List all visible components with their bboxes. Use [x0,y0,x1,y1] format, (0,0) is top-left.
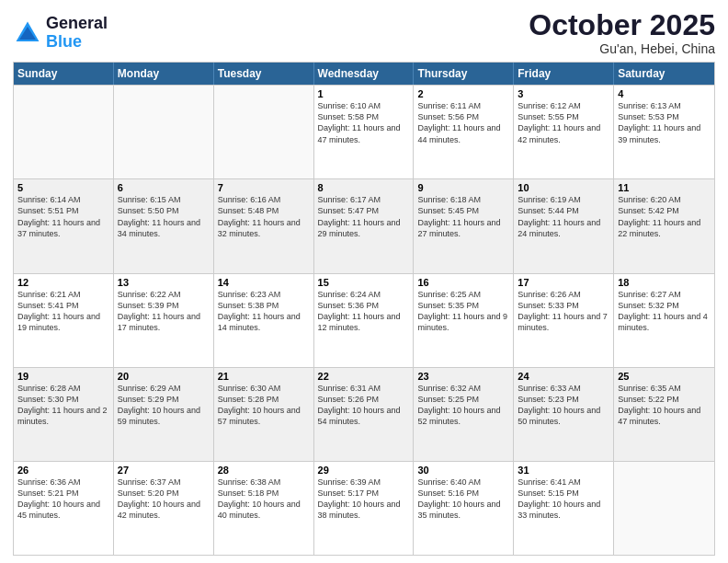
calendar-week-5: 26Sunrise: 6:36 AM Sunset: 5:21 PM Dayli… [14,461,714,555]
table-row: 13Sunrise: 6:22 AM Sunset: 5:39 PM Dayli… [114,274,214,367]
day-info: Sunrise: 6:16 AM Sunset: 5:48 PM Dayligh… [218,194,310,239]
day-number: 16 [417,277,509,288]
table-row: 25Sunrise: 6:35 AM Sunset: 5:22 PM Dayli… [614,368,714,461]
day-number: 13 [118,277,210,288]
day-number: 18 [618,277,711,288]
day-info: Sunrise: 6:13 AM Sunset: 5:53 PM Dayligh… [618,100,711,145]
calendar-week-1: 1Sunrise: 6:10 AM Sunset: 5:58 PM Daylig… [14,85,714,178]
table-row: 17Sunrise: 6:26 AM Sunset: 5:33 PM Dayli… [514,274,614,367]
day-number: 2 [417,88,509,99]
calendar-body: 1Sunrise: 6:10 AM Sunset: 5:58 PM Daylig… [14,85,714,555]
table-row: 28Sunrise: 6:38 AM Sunset: 5:18 PM Dayli… [214,462,314,555]
weekday-wednesday: Wednesday [314,63,415,85]
day-number: 1 [318,88,410,99]
title-block: October 2025 Gu'an, Hebei, China [529,9,715,56]
day-number: 29 [318,465,410,476]
table-row: 20Sunrise: 6:29 AM Sunset: 5:29 PM Dayli… [114,368,214,461]
table-row: 6Sunrise: 6:15 AM Sunset: 5:50 PM Daylig… [114,179,214,272]
table-row: 9Sunrise: 6:18 AM Sunset: 5:45 PM Daylig… [414,179,514,272]
day-info: Sunrise: 6:12 AM Sunset: 5:55 PM Dayligh… [518,100,609,145]
table-row [614,462,714,555]
table-row: 21Sunrise: 6:30 AM Sunset: 5:28 PM Dayli… [214,368,314,461]
table-row: 27Sunrise: 6:37 AM Sunset: 5:20 PM Dayli… [114,462,214,555]
day-number: 17 [518,277,609,288]
logo-line2: Blue [46,32,82,51]
table-row: 7Sunrise: 6:16 AM Sunset: 5:48 PM Daylig… [214,179,314,272]
table-row: 15Sunrise: 6:24 AM Sunset: 5:36 PM Dayli… [314,274,415,367]
weekday-sunday: Sunday [14,63,114,85]
day-number: 7 [218,182,310,193]
month-title: October 2025 [529,9,715,41]
day-number: 11 [618,182,711,193]
day-number: 9 [417,182,509,193]
day-info: Sunrise: 6:14 AM Sunset: 5:51 PM Dayligh… [17,194,109,239]
day-info: Sunrise: 6:20 AM Sunset: 5:42 PM Dayligh… [618,194,711,239]
table-row: 29Sunrise: 6:39 AM Sunset: 5:17 PM Dayli… [314,462,415,555]
day-number: 14 [218,277,310,288]
calendar-week-3: 12Sunrise: 6:21 AM Sunset: 5:41 PM Dayli… [14,273,714,367]
logo-line1: General [46,15,108,33]
day-info: Sunrise: 6:31 AM Sunset: 5:26 PM Dayligh… [318,383,410,428]
day-number: 6 [118,182,210,193]
weekday-thursday: Thursday [414,63,514,85]
day-info: Sunrise: 6:27 AM Sunset: 5:32 PM Dayligh… [618,289,711,334]
table-row: 14Sunrise: 6:23 AM Sunset: 5:38 PM Dayli… [214,274,314,367]
day-info: Sunrise: 6:33 AM Sunset: 5:23 PM Dayligh… [518,383,609,428]
day-number: 8 [318,182,410,193]
day-info: Sunrise: 6:40 AM Sunset: 5:16 PM Dayligh… [417,477,509,522]
table-row [14,86,114,178]
logo: General Blue [13,15,108,52]
calendar-week-4: 19Sunrise: 6:28 AM Sunset: 5:30 PM Dayli… [14,367,714,461]
table-row: 16Sunrise: 6:25 AM Sunset: 5:35 PM Dayli… [414,274,514,367]
table-row: 1Sunrise: 6:10 AM Sunset: 5:58 PM Daylig… [314,86,415,178]
weekday-friday: Friday [514,63,614,85]
weekday-monday: Monday [114,63,214,85]
day-number: 25 [618,371,711,382]
day-number: 20 [118,371,210,382]
day-number: 23 [417,371,509,382]
header: General Blue October 2025 Gu'an, Hebei, … [13,9,715,56]
table-row: 3Sunrise: 6:12 AM Sunset: 5:55 PM Daylig… [514,86,614,178]
table-row: 18Sunrise: 6:27 AM Sunset: 5:32 PM Dayli… [614,274,714,367]
day-info: Sunrise: 6:38 AM Sunset: 5:18 PM Dayligh… [218,477,310,522]
day-info: Sunrise: 6:26 AM Sunset: 5:33 PM Dayligh… [518,289,609,334]
day-info: Sunrise: 6:37 AM Sunset: 5:20 PM Dayligh… [118,477,210,522]
table-row: 30Sunrise: 6:40 AM Sunset: 5:16 PM Dayli… [414,462,514,555]
day-number: 27 [118,465,210,476]
location-subtitle: Gu'an, Hebei, China [529,41,715,56]
table-row: 22Sunrise: 6:31 AM Sunset: 5:26 PM Dayli… [314,368,415,461]
day-number: 26 [17,465,109,476]
table-row: 12Sunrise: 6:21 AM Sunset: 5:41 PM Dayli… [14,274,114,367]
logo-text: General Blue [46,15,108,52]
day-info: Sunrise: 6:41 AM Sunset: 5:15 PM Dayligh… [518,477,609,522]
table-row [114,86,214,178]
day-number: 15 [318,277,410,288]
day-number: 4 [618,88,711,99]
day-number: 28 [218,465,310,476]
day-info: Sunrise: 6:30 AM Sunset: 5:28 PM Dayligh… [218,383,310,428]
day-info: Sunrise: 6:32 AM Sunset: 5:25 PM Dayligh… [417,383,509,428]
day-info: Sunrise: 6:22 AM Sunset: 5:39 PM Dayligh… [118,289,210,334]
day-info: Sunrise: 6:17 AM Sunset: 5:47 PM Dayligh… [318,194,410,239]
day-number: 30 [417,465,509,476]
table-row: 4Sunrise: 6:13 AM Sunset: 5:53 PM Daylig… [614,86,714,178]
table-row [214,86,314,178]
day-number: 19 [17,371,109,382]
calendar-week-2: 5Sunrise: 6:14 AM Sunset: 5:51 PM Daylig… [14,178,714,272]
day-info: Sunrise: 6:10 AM Sunset: 5:58 PM Dayligh… [318,100,410,145]
day-info: Sunrise: 6:35 AM Sunset: 5:22 PM Dayligh… [618,383,711,428]
day-info: Sunrise: 6:19 AM Sunset: 5:44 PM Dayligh… [518,194,609,239]
day-info: Sunrise: 6:39 AM Sunset: 5:17 PM Dayligh… [318,477,410,522]
day-number: 5 [17,182,109,193]
day-number: 12 [17,277,109,288]
day-number: 21 [218,371,310,382]
logo-icon [13,18,42,48]
day-number: 3 [518,88,609,99]
table-row: 23Sunrise: 6:32 AM Sunset: 5:25 PM Dayli… [414,368,514,461]
day-info: Sunrise: 6:29 AM Sunset: 5:29 PM Dayligh… [118,383,210,428]
day-info: Sunrise: 6:23 AM Sunset: 5:38 PM Dayligh… [218,289,310,334]
calendar: Sunday Monday Tuesday Wednesday Thursday… [13,62,715,556]
table-row: 5Sunrise: 6:14 AM Sunset: 5:51 PM Daylig… [14,179,114,272]
day-info: Sunrise: 6:18 AM Sunset: 5:45 PM Dayligh… [417,194,509,239]
day-info: Sunrise: 6:24 AM Sunset: 5:36 PM Dayligh… [318,289,410,334]
